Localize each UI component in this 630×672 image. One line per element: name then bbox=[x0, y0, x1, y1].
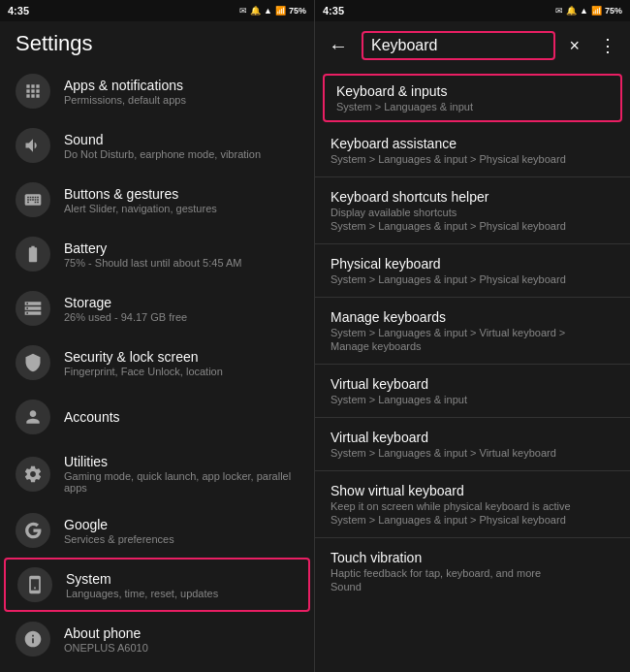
result-sub2-8: Haptic feedback for tap, keyboard, and m… bbox=[331, 567, 614, 579]
settings-item-storage[interactable]: Storage26% used - 94.17 GB free bbox=[0, 281, 314, 336]
msg-icon: ✉ bbox=[239, 6, 247, 16]
item-title-10: About phone bbox=[64, 625, 148, 641]
right-battery: 75% bbox=[605, 6, 622, 16]
search-input[interactable]: Keyboard bbox=[362, 31, 555, 60]
result-item-1[interactable]: Keyboard assistanceSystem > Languages & … bbox=[315, 126, 630, 175]
settings-item-system[interactable]: SystemLanguages, time, reset, updates bbox=[4, 558, 310, 612]
item-title-7: Utilities bbox=[64, 454, 299, 469]
result-sub-7: System > Languages & input > Physical ke… bbox=[331, 514, 614, 526]
left-battery: 75% bbox=[289, 6, 306, 16]
result-title-2: Keyboard shortcuts helper bbox=[331, 189, 614, 205]
result-title-8: Touch vibration bbox=[331, 550, 614, 565]
divider-3 bbox=[315, 297, 630, 298]
settings-item-google[interactable]: GoogleServices & preferences bbox=[0, 503, 314, 558]
result-title-4: Manage keyboards bbox=[331, 309, 614, 325]
item-title-4: Storage bbox=[64, 295, 187, 310]
item-title-5: Security & lock screen bbox=[64, 349, 223, 365]
item-sub-0: Permissions, default apps bbox=[64, 94, 186, 106]
result-sub-4: Manage keyboards bbox=[331, 340, 614, 352]
result-sub-0: System > Languages & input bbox=[336, 101, 609, 112]
result-item-5[interactable]: Virtual keyboardSystem > Languages & inp… bbox=[315, 367, 630, 415]
settings-list: Apps & notificationsPermissions, default… bbox=[0, 64, 314, 666]
result-item-0[interactable]: Keyboard & inputsSystem > Languages & in… bbox=[323, 74, 622, 122]
result-title-5: Virtual keyboard bbox=[331, 376, 614, 392]
alarm-icon: 🔔 bbox=[250, 6, 261, 16]
settings-item-security[interactable]: Security & lock screenFingerprint, Face … bbox=[0, 336, 314, 390]
item-title-1: Sound bbox=[64, 132, 261, 147]
r-msg-icon: ✉ bbox=[555, 6, 563, 16]
result-sub-1: System > Languages & input > Physical ke… bbox=[331, 153, 614, 165]
settings-item-apps[interactable]: Apps & notificationsPermissions, default… bbox=[0, 64, 314, 118]
item-sub-3: 75% - Should last until about 5:45 AM bbox=[64, 257, 241, 269]
result-sub-2: System > Languages & input > Physical ke… bbox=[331, 220, 614, 232]
more-button[interactable]: ⋮ bbox=[593, 29, 622, 62]
item-sub-2: Alert Slider, navigation, gestures bbox=[64, 203, 217, 214]
result-sub2-2: Display available shortcuts bbox=[331, 207, 614, 218]
item-title-3: Battery bbox=[64, 240, 241, 256]
settings-item-about[interactable]: About phoneONEPLUS A6010 bbox=[0, 612, 314, 666]
result-item-7[interactable]: Show virtual keyboardKeep it on screen w… bbox=[315, 473, 630, 535]
r-signal-icon: 📶 bbox=[591, 6, 602, 16]
item-sub-5: Fingerprint, Face Unlock, location bbox=[64, 366, 223, 377]
result-item-8[interactable]: Touch vibrationHaptic feedback for tap, … bbox=[315, 540, 630, 602]
search-header: ← Keyboard × ⋮ bbox=[315, 21, 630, 70]
wifi-icon: ▲ bbox=[264, 6, 272, 16]
result-title-7: Show virtual keyboard bbox=[331, 483, 614, 498]
settings-item-sound[interactable]: SoundDo Not Disturb, earphone mode, vibr… bbox=[0, 118, 314, 173]
item-title-9: System bbox=[66, 571, 218, 587]
item-title-0: Apps & notifications bbox=[64, 78, 186, 93]
right-status-icons: ✉ 🔔 ▲ 📶 75% bbox=[555, 6, 622, 16]
back-button[interactable]: ← bbox=[323, 29, 354, 63]
security-icon bbox=[16, 345, 50, 380]
result-title-1: Keyboard assistance bbox=[331, 136, 614, 151]
result-item-2[interactable]: Keyboard shortcuts helperDisplay availab… bbox=[315, 179, 630, 241]
settings-item-buttons[interactable]: Buttons & gesturesAlert Slider, navigati… bbox=[0, 173, 314, 227]
result-sub-6: System > Languages & input > Virtual key… bbox=[331, 447, 614, 459]
google-icon bbox=[16, 513, 50, 548]
close-button[interactable]: × bbox=[563, 30, 585, 62]
result-sub2-4: System > Languages & input > Virtual key… bbox=[331, 327, 614, 338]
left-status-icons: ✉ 🔔 ▲ 📶 75% bbox=[239, 6, 306, 16]
settings-item-battery[interactable]: Battery75% - Should last until about 5:4… bbox=[0, 227, 314, 281]
divider-7 bbox=[315, 537, 630, 538]
result-item-6[interactable]: Virtual keyboardSystem > Languages & inp… bbox=[315, 420, 630, 468]
right-panel: 4:35 ✉ 🔔 ▲ 📶 75% ← Keyboard × ⋮ Keyboard… bbox=[315, 0, 630, 672]
apps-icon bbox=[16, 74, 50, 109]
divider-2 bbox=[315, 243, 630, 244]
divider-1 bbox=[315, 176, 630, 177]
item-sub-4: 26% used - 94.17 GB free bbox=[64, 311, 187, 323]
item-sub-1: Do Not Disturb, earphone mode, vibration bbox=[64, 148, 261, 160]
result-item-3[interactable]: Physical keyboardSystem > Languages & in… bbox=[315, 246, 630, 295]
buttons-icon bbox=[16, 182, 50, 217]
result-sub-8: Sound bbox=[331, 581, 614, 592]
result-item-4[interactable]: Manage keyboardsSystem > Languages & inp… bbox=[315, 300, 630, 362]
result-title-6: Virtual keyboard bbox=[331, 430, 614, 445]
divider-5 bbox=[315, 417, 630, 418]
result-title-3: Physical keyboard bbox=[331, 256, 614, 272]
result-sub2-7: Keep it on screen while physical keyboar… bbox=[331, 500, 614, 512]
result-sub-3: System > Languages & input > Physical ke… bbox=[331, 273, 614, 285]
item-sub-8: Services & preferences bbox=[64, 533, 174, 545]
system-icon bbox=[17, 567, 52, 602]
r-alarm-icon: 🔔 bbox=[566, 6, 577, 16]
item-sub-9: Languages, time, reset, updates bbox=[66, 588, 218, 599]
settings-item-accounts[interactable]: Accounts bbox=[0, 390, 314, 444]
search-results: Keyboard & inputsSystem > Languages & in… bbox=[315, 70, 630, 672]
battery-icon bbox=[16, 237, 50, 272]
signal-icon: 📶 bbox=[275, 6, 286, 16]
item-sub-10: ONEPLUS A6010 bbox=[64, 642, 148, 654]
result-sub-5: System > Languages & input bbox=[331, 394, 614, 405]
right-status-bar: 4:35 ✉ 🔔 ▲ 📶 75% bbox=[315, 0, 630, 21]
divider-6 bbox=[315, 470, 630, 471]
left-panel: 4:35 ✉ 🔔 ▲ 📶 75% Settings Apps & notific… bbox=[0, 0, 315, 672]
settings-title: Settings bbox=[0, 21, 314, 64]
accounts-icon bbox=[16, 400, 50, 434]
result-title-0: Keyboard & inputs bbox=[336, 83, 609, 99]
item-title-6: Accounts bbox=[64, 409, 120, 425]
settings-item-utilities[interactable]: UtilitiesGaming mode, quick launch, app … bbox=[0, 444, 314, 503]
left-status-bar: 4:35 ✉ 🔔 ▲ 📶 75% bbox=[0, 0, 314, 21]
divider-4 bbox=[315, 364, 630, 365]
r-wifi-icon: ▲ bbox=[580, 6, 588, 16]
sound-icon bbox=[16, 128, 50, 163]
item-title-2: Buttons & gestures bbox=[64, 186, 217, 202]
